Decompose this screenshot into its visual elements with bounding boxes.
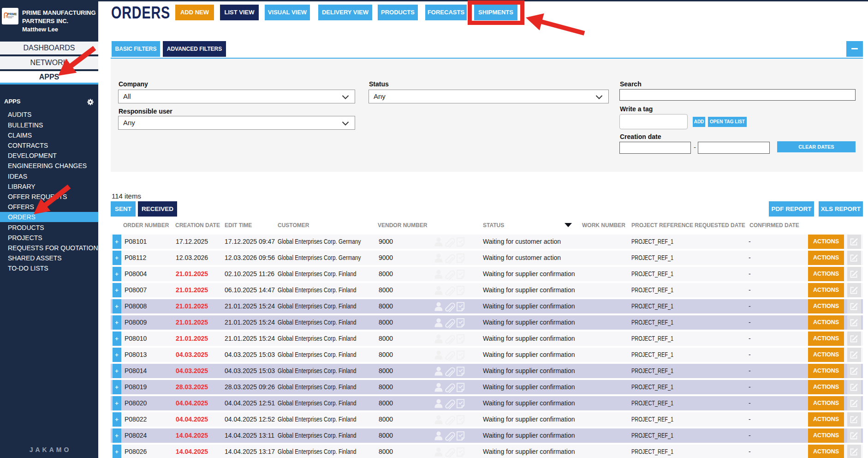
svg-text:PRIME: PRIME	[8, 12, 17, 16]
